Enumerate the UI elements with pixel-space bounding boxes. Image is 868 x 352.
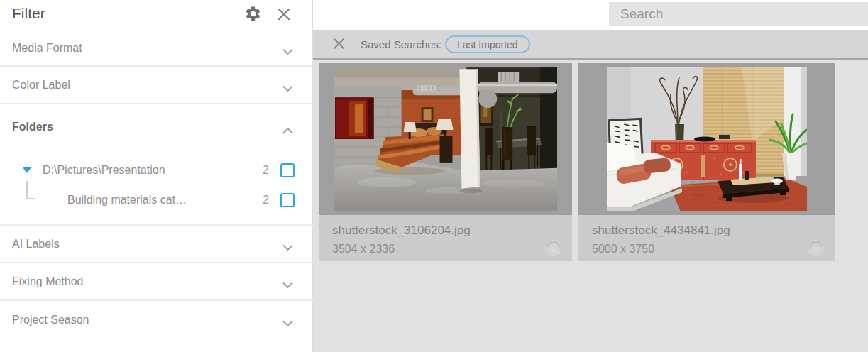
section-label: Fixing Method xyxy=(12,275,84,288)
saved-searches-label: Saved Searches: xyxy=(361,38,441,50)
section-label: Color Label xyxy=(12,79,70,92)
section-label: Project Season xyxy=(12,314,89,326)
saved-searches-close-button[interactable] xyxy=(329,35,348,55)
folder-row-building-materials[interactable]: Building materials cat… 2 xyxy=(0,185,313,215)
folder-checkbox[interactable] xyxy=(280,193,295,207)
chevron-down-icon xyxy=(282,45,293,52)
thumbnail-image-zone xyxy=(319,63,572,215)
thumbnail-caption: shutterstock_3106204.jpg 3504 x 2336 xyxy=(319,215,572,261)
folder-row-presentation[interactable]: D:\Pictures\Presentation 2 xyxy=(0,155,313,185)
chevron-down-icon xyxy=(282,82,293,88)
filter-section-folders[interactable]: Folders xyxy=(0,106,313,148)
thumbnail-select-circle[interactable] xyxy=(545,240,561,256)
search-input[interactable] xyxy=(609,2,868,26)
thumbnail-caption: shutterstock_4434841.jpg 5000 x 3750 xyxy=(578,215,835,261)
filter-section-media-format[interactable]: Media Format xyxy=(0,31,313,67)
filter-section-ai-labels[interactable]: AI Labels xyxy=(0,226,313,263)
app-window: Filter Media Format Color Label Folders xyxy=(0,0,868,352)
thumbnail-photo-loft-bedroom[interactable] xyxy=(334,67,557,211)
thumbnail-select-circle[interactable] xyxy=(808,240,824,256)
filter-section-project-season[interactable]: Project Season xyxy=(0,301,313,339)
section-label: AI Labels xyxy=(12,238,60,251)
chevron-down-icon xyxy=(282,278,293,285)
thumbnail-photo-asian-living-room[interactable] xyxy=(607,67,807,211)
filter-settings-button[interactable] xyxy=(243,5,263,25)
thumbnail-dimensions: 5000 x 3750 xyxy=(592,240,835,258)
folder-label: Building materials cat… xyxy=(67,194,187,207)
filter-panel-title: Filter xyxy=(12,5,45,22)
thumbnail-filename: shutterstock_4434841.jpg xyxy=(592,221,835,240)
folder-checkbox[interactable] xyxy=(280,163,295,177)
tree-connector xyxy=(26,181,35,199)
folder-count: 2 xyxy=(263,194,269,207)
folder-label: D:\Pictures\Presentation xyxy=(43,164,165,177)
filter-section-fixing-method[interactable]: Fixing Method xyxy=(0,263,313,301)
saved-search-pill-last-imported[interactable]: Last Imported xyxy=(445,35,530,53)
gear-icon xyxy=(244,5,262,26)
thumbnail-image-zone xyxy=(578,63,835,215)
thumbnail-grid: shutterstock_3106204.jpg 3504 x 2336 xyxy=(313,60,868,352)
thumbnail-card-1[interactable]: shutterstock_3106204.jpg 3504 x 2336 xyxy=(319,63,572,261)
section-label: Folders xyxy=(12,121,53,133)
saved-searches-bar: Saved Searches: Last Imported xyxy=(313,30,868,60)
close-icon xyxy=(332,37,346,53)
filter-section-color-label[interactable]: Color Label xyxy=(0,67,313,104)
thumbnail-card-2[interactable]: shutterstock_4434841.jpg 5000 x 3750 xyxy=(578,63,835,261)
chevron-down-icon xyxy=(282,317,293,323)
thumbnail-dimensions: 3504 x 2336 xyxy=(332,240,572,258)
filter-panel-close-button[interactable] xyxy=(274,6,294,26)
folder-count: 2 xyxy=(263,164,269,177)
thumbnail-filename: shutterstock_3106204.jpg xyxy=(332,221,572,240)
filter-panel-header: Filter xyxy=(0,0,312,31)
filter-panel: Filter Media Format Color Label Folders xyxy=(0,0,313,352)
chevron-up-icon xyxy=(282,124,293,131)
chevron-down-icon xyxy=(282,241,293,247)
section-label: Media Format xyxy=(12,42,82,55)
folder-expander-icon[interactable] xyxy=(23,167,31,173)
close-icon xyxy=(276,6,292,25)
top-strip xyxy=(313,0,868,30)
